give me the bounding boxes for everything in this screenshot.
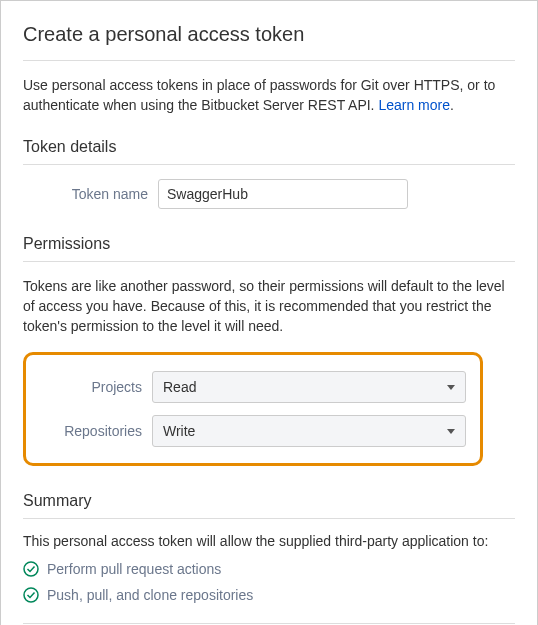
token-name-label: Token name — [23, 186, 148, 202]
permissions-description: Tokens are like another password, so the… — [23, 276, 515, 337]
check-circle-icon — [23, 561, 39, 577]
intro-text: Use personal access tokens in place of p… — [23, 75, 515, 116]
check-circle-icon — [23, 587, 39, 603]
summary-item: Push, pull, and clone repositories — [23, 587, 515, 603]
repositories-permission-row: Repositories Write — [26, 409, 466, 453]
create-token-panel: Create a personal access token Use perso… — [0, 0, 538, 625]
svg-point-1 — [24, 588, 38, 602]
repositories-label: Repositories — [26, 423, 142, 439]
intro-period: . — [450, 97, 454, 113]
permissions-highlight-box: Projects Read Repositories Write — [23, 352, 483, 466]
page-title: Create a personal access token — [23, 23, 515, 61]
summary-lead: This personal access token will allow th… — [23, 533, 515, 549]
permissions-heading: Permissions — [23, 235, 515, 262]
svg-point-0 — [24, 562, 38, 576]
summary-heading: Summary — [23, 492, 515, 519]
chevron-down-icon — [447, 385, 455, 390]
summary-item-text: Push, pull, and clone repositories — [47, 587, 253, 603]
repositories-select-value: Write — [163, 423, 195, 439]
token-details-heading: Token details — [23, 138, 515, 165]
projects-label: Projects — [26, 379, 142, 395]
summary-item: Perform pull request actions — [23, 561, 515, 577]
summary-item-text: Perform pull request actions — [47, 561, 221, 577]
projects-permission-row: Projects Read — [26, 365, 466, 409]
repositories-select[interactable]: Write — [152, 415, 466, 447]
token-name-input[interactable] — [158, 179, 408, 209]
projects-select[interactable]: Read — [152, 371, 466, 403]
projects-select-value: Read — [163, 379, 196, 395]
learn-more-link[interactable]: Learn more — [378, 97, 450, 113]
chevron-down-icon — [447, 429, 455, 434]
token-name-row: Token name — [23, 179, 515, 209]
